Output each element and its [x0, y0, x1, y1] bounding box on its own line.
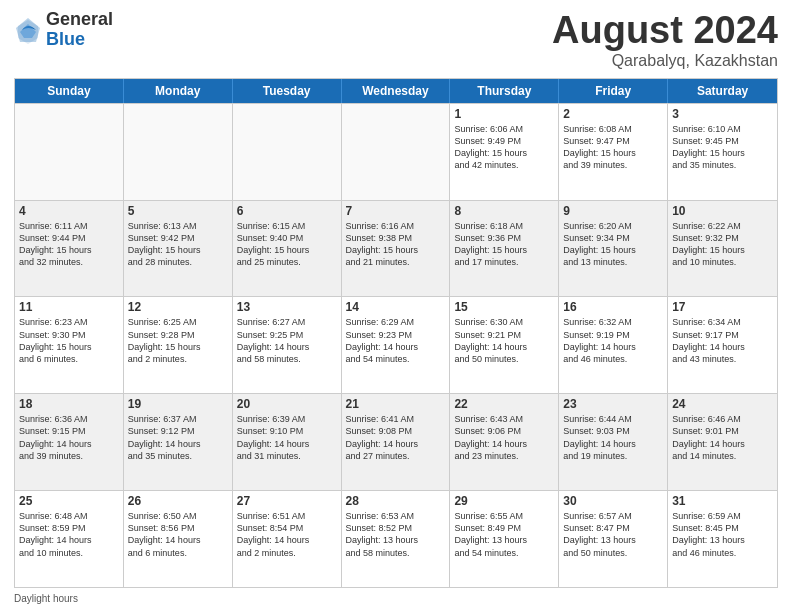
- day-cell-3: 3Sunrise: 6:10 AMSunset: 9:45 PMDaylight…: [668, 104, 777, 200]
- day-number: 12: [128, 300, 228, 314]
- cell-info-line: Sunrise: 6:59 AM: [672, 510, 773, 522]
- empty-cell: [15, 104, 124, 200]
- cell-info-line: Sunrise: 6:50 AM: [128, 510, 228, 522]
- cell-info-line: Sunset: 9:10 PM: [237, 425, 337, 437]
- day-cell-30: 30Sunrise: 6:57 AMSunset: 8:47 PMDayligh…: [559, 491, 668, 587]
- day-cell-16: 16Sunrise: 6:32 AMSunset: 9:19 PMDayligh…: [559, 297, 668, 393]
- day-cell-1: 1Sunrise: 6:06 AMSunset: 9:49 PMDaylight…: [450, 104, 559, 200]
- cell-info-line: and 19 minutes.: [563, 450, 663, 462]
- day-cell-17: 17Sunrise: 6:34 AMSunset: 9:17 PMDayligh…: [668, 297, 777, 393]
- cell-info-line: Sunrise: 6:06 AM: [454, 123, 554, 135]
- day-number: 3: [672, 107, 773, 121]
- cell-info-line: and 50 minutes.: [454, 353, 554, 365]
- weekday-header-thursday: Thursday: [450, 79, 559, 103]
- day-cell-6: 6Sunrise: 6:15 AMSunset: 9:40 PMDaylight…: [233, 201, 342, 297]
- cell-info-line: Daylight: 15 hours: [672, 147, 773, 159]
- weekday-header-saturday: Saturday: [668, 79, 777, 103]
- day-number: 13: [237, 300, 337, 314]
- day-number: 20: [237, 397, 337, 411]
- cell-info-line: Sunset: 9:40 PM: [237, 232, 337, 244]
- empty-cell: [233, 104, 342, 200]
- cell-info-line: and 54 minutes.: [454, 547, 554, 559]
- logo-text: General Blue: [46, 10, 113, 50]
- cell-info-line: and 28 minutes.: [128, 256, 228, 268]
- cell-info-line: Sunset: 9:34 PM: [563, 232, 663, 244]
- cell-info-line: Sunset: 9:38 PM: [346, 232, 446, 244]
- cell-info-line: Daylight: 15 hours: [19, 341, 119, 353]
- cell-info-line: Sunrise: 6:22 AM: [672, 220, 773, 232]
- day-cell-19: 19Sunrise: 6:37 AMSunset: 9:12 PMDayligh…: [124, 394, 233, 490]
- weekday-header-tuesday: Tuesday: [233, 79, 342, 103]
- cell-info-line: and 6 minutes.: [19, 353, 119, 365]
- day-number: 10: [672, 204, 773, 218]
- cell-info-line: Sunrise: 6:57 AM: [563, 510, 663, 522]
- day-number: 18: [19, 397, 119, 411]
- empty-cell: [124, 104, 233, 200]
- cell-info-line: Daylight: 14 hours: [346, 341, 446, 353]
- cell-info-line: Sunset: 8:54 PM: [237, 522, 337, 534]
- calendar-week-2: 4Sunrise: 6:11 AMSunset: 9:44 PMDaylight…: [15, 200, 777, 297]
- cell-info-line: Sunrise: 6:43 AM: [454, 413, 554, 425]
- cell-info-line: Daylight: 14 hours: [346, 438, 446, 450]
- cell-info-line: Sunrise: 6:20 AM: [563, 220, 663, 232]
- cell-info-line: Daylight: 15 hours: [563, 147, 663, 159]
- cell-info-line: Daylight: 15 hours: [346, 244, 446, 256]
- day-cell-28: 28Sunrise: 6:53 AMSunset: 8:52 PMDayligh…: [342, 491, 451, 587]
- cell-info-line: Sunrise: 6:25 AM: [128, 316, 228, 328]
- cell-info-line: Sunrise: 6:44 AM: [563, 413, 663, 425]
- cell-info-line: Sunrise: 6:08 AM: [563, 123, 663, 135]
- cell-info-line: Daylight: 15 hours: [563, 244, 663, 256]
- cell-info-line: and 10 minutes.: [19, 547, 119, 559]
- footer: Daylight hours: [14, 593, 778, 604]
- day-number: 9: [563, 204, 663, 218]
- cell-info-line: and 14 minutes.: [672, 450, 773, 462]
- day-number: 4: [19, 204, 119, 218]
- month-title: August 2024: [552, 10, 778, 52]
- cell-info-line: and 31 minutes.: [237, 450, 337, 462]
- cell-info-line: and 27 minutes.: [346, 450, 446, 462]
- cell-info-line: and 6 minutes.: [128, 547, 228, 559]
- cell-info-line: Sunset: 8:49 PM: [454, 522, 554, 534]
- cell-info-line: Sunset: 8:59 PM: [19, 522, 119, 534]
- cell-info-line: and 46 minutes.: [672, 547, 773, 559]
- day-cell-31: 31Sunrise: 6:59 AMSunset: 8:45 PMDayligh…: [668, 491, 777, 587]
- day-cell-14: 14Sunrise: 6:29 AMSunset: 9:23 PMDayligh…: [342, 297, 451, 393]
- cell-info-line: Daylight: 15 hours: [454, 244, 554, 256]
- cell-info-line: Sunrise: 6:10 AM: [672, 123, 773, 135]
- day-cell-20: 20Sunrise: 6:39 AMSunset: 9:10 PMDayligh…: [233, 394, 342, 490]
- day-cell-10: 10Sunrise: 6:22 AMSunset: 9:32 PMDayligh…: [668, 201, 777, 297]
- cell-info-line: and 25 minutes.: [237, 256, 337, 268]
- cell-info-line: and 10 minutes.: [672, 256, 773, 268]
- day-number: 1: [454, 107, 554, 121]
- cell-info-line: Sunset: 9:19 PM: [563, 329, 663, 341]
- cell-info-line: Daylight: 13 hours: [454, 534, 554, 546]
- cell-info-line: Daylight: 14 hours: [19, 534, 119, 546]
- cell-info-line: Sunrise: 6:41 AM: [346, 413, 446, 425]
- day-number: 17: [672, 300, 773, 314]
- cell-info-line: Daylight: 13 hours: [563, 534, 663, 546]
- cell-info-line: Sunset: 9:32 PM: [672, 232, 773, 244]
- cell-info-line: Sunrise: 6:48 AM: [19, 510, 119, 522]
- calendar-header: SundayMondayTuesdayWednesdayThursdayFrid…: [15, 79, 777, 103]
- cell-info-line: Sunset: 9:42 PM: [128, 232, 228, 244]
- page: General Blue August 2024 Qarabalyq, Kaza…: [0, 0, 792, 612]
- calendar-week-5: 25Sunrise: 6:48 AMSunset: 8:59 PMDayligh…: [15, 490, 777, 587]
- day-number: 19: [128, 397, 228, 411]
- cell-info-line: Sunrise: 6:32 AM: [563, 316, 663, 328]
- logo: General Blue: [14, 10, 113, 50]
- cell-info-line: Sunrise: 6:46 AM: [672, 413, 773, 425]
- cell-info-line: Daylight: 14 hours: [563, 341, 663, 353]
- logo-icon: [14, 16, 42, 44]
- cell-info-line: and 17 minutes.: [454, 256, 554, 268]
- cell-info-line: Sunset: 9:36 PM: [454, 232, 554, 244]
- cell-info-line: and 23 minutes.: [454, 450, 554, 462]
- cell-info-line: and 13 minutes.: [563, 256, 663, 268]
- day-number: 22: [454, 397, 554, 411]
- cell-info-line: Sunset: 8:45 PM: [672, 522, 773, 534]
- cell-info-line: Daylight: 14 hours: [237, 534, 337, 546]
- cell-info-line: Daylight: 14 hours: [128, 438, 228, 450]
- weekday-header-monday: Monday: [124, 79, 233, 103]
- cell-info-line: Sunrise: 6:16 AM: [346, 220, 446, 232]
- cell-info-line: Sunrise: 6:23 AM: [19, 316, 119, 328]
- day-cell-27: 27Sunrise: 6:51 AMSunset: 8:54 PMDayligh…: [233, 491, 342, 587]
